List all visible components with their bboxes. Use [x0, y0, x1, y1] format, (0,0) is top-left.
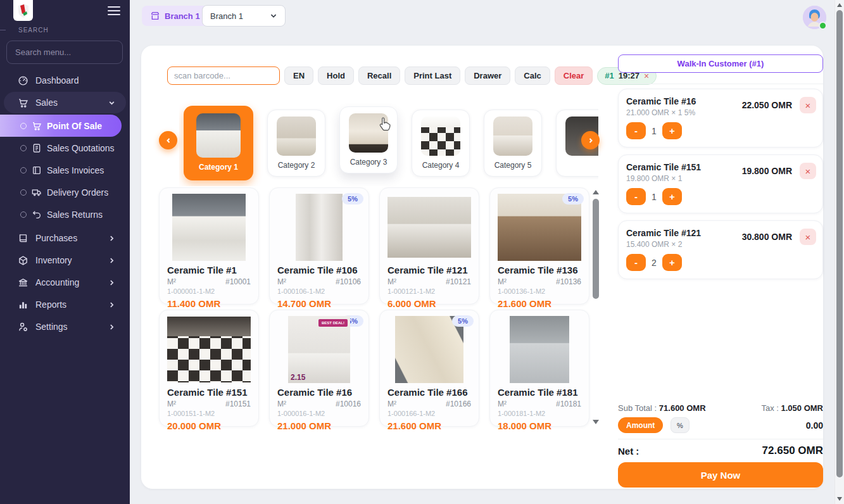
remove-item-button[interactable]: × [800, 97, 816, 113]
sidebar-item-dashboard[interactable]: Dashboard [4, 70, 126, 91]
scrollbar-thumb[interactable] [593, 199, 599, 299]
divider [618, 84, 823, 84]
sidebar-search-input[interactable] [6, 41, 123, 64]
product-name: Ceramic Tile #106 [277, 265, 361, 275]
drawer-button[interactable]: Drawer [465, 66, 510, 85]
recall-button[interactable]: Recall [358, 66, 400, 85]
sidebar-item-settings[interactable]: Settings [4, 316, 126, 337]
sidebar-item-sales-quotations[interactable]: Sales Quotations [0, 137, 130, 159]
decrease-qty-button[interactable]: - [626, 122, 646, 139]
subtotal: Sub Total : 71.600 OMR [618, 403, 706, 413]
discount-badge: 5% [342, 193, 363, 205]
sidebar-item-accounting[interactable]: Accounting [4, 272, 126, 293]
product-unit: M² [498, 277, 507, 286]
product-card[interactable]: Ceramic Tile #181 M²#10181 1-000181-1-M2… [489, 310, 589, 427]
carousel-prev-button[interactable] [159, 131, 177, 149]
product-sku: #10106 [336, 277, 361, 286]
bullet-circle-icon [20, 145, 27, 151]
category-card[interactable]: Category 5 [484, 110, 542, 177]
subtotal-label: Sub Total : [618, 403, 657, 413]
chevron-right-icon [106, 301, 117, 308]
product-sku: #10016 [336, 400, 361, 408]
branch-select[interactable]: Branch 1 [202, 5, 286, 27]
bar-chart-icon [18, 299, 28, 310]
product-code: 1-000181-1-M2 [498, 410, 581, 417]
sidebar-item-sales-returns[interactable]: Sales Returns [0, 203, 130, 225]
product-card[interactable]: 5% BEST DEAL! 2.15 Ceramic Tile #16 M²#1… [269, 310, 369, 427]
bank-icon [18, 277, 28, 288]
decrease-qty-button[interactable]: - [626, 188, 646, 205]
chevron-right-icon [106, 235, 117, 242]
product-code: 1-000166-1-M2 [387, 410, 471, 417]
language-button[interactable]: EN [284, 66, 313, 85]
scroll-up-icon[interactable] [593, 190, 599, 194]
product-sku: #10121 [446, 277, 471, 286]
barcode-input[interactable] [167, 66, 280, 85]
storefront-icon [150, 11, 160, 21]
cart-item: Ceramic Tile #16 21.000 OMR × 1 5% 22.05… [618, 89, 823, 148]
category-carousel: Category 1 Category 2 Category 3 Categor… [179, 100, 598, 186]
user-avatar[interactable] [803, 6, 826, 29]
increase-qty-button[interactable]: + [662, 188, 682, 205]
sidebar-section-label: SEARCH [18, 27, 49, 34]
product-card[interactable]: Ceramic Tile #121 M²#10121 1-000121-1-M2… [379, 187, 479, 305]
product-card[interactable]: 5% Ceramic Tile #166 M²#10166 1-000166-1… [379, 310, 479, 427]
increase-qty-button[interactable]: + [662, 122, 682, 139]
discount-percent-button[interactable]: % [671, 417, 690, 433]
product-card[interactable]: 5% Ceramic Tile #106 M²#10106 1-000106-1… [269, 187, 369, 305]
scroll-down-icon[interactable] [837, 497, 842, 501]
tax-label: Tax : [761, 403, 778, 413]
category-card[interactable]: Category 3 [339, 106, 398, 173]
category-image [277, 117, 316, 156]
scroll-up-icon[interactable] [837, 3, 842, 7]
product-name: Ceramic Tile #121 [387, 265, 471, 275]
calc-button[interactable]: Calc [515, 66, 550, 85]
increase-qty-button[interactable]: + [662, 254, 682, 271]
chevron-right-icon [106, 279, 117, 286]
product-card[interactable]: Ceramic Tile #151 M²#10151 1-000151-1-M2… [159, 310, 259, 427]
pos-toolbar: EN Hold Recall Print Last Drawer Calc Cl… [167, 66, 657, 85]
print-last-button[interactable]: Print Last [405, 66, 460, 85]
branch-badge-label: Branch 1 [165, 11, 200, 21]
product-image: BEST DEAL! 2.15 [288, 316, 350, 383]
sidebar-nav: Dashboard Sales Point Of Sale Sales Quot… [0, 70, 130, 338]
sidebar-item-sales[interactable]: Sales [4, 92, 126, 113]
page-scrollbar[interactable] [835, 0, 844, 504]
product-card[interactable]: 5% Ceramic Tile #136 M²#10136 1-000136-1… [489, 187, 589, 305]
product-card[interactable]: Ceramic Tile #1 M²#10001 1-000001-1-M2 1… [159, 187, 259, 305]
category-image [493, 117, 532, 156]
discount-amount-button[interactable]: Amount [618, 417, 663, 433]
sidebar-item-reports[interactable]: Reports [4, 294, 126, 315]
remove-item-button[interactable]: × [800, 163, 816, 179]
sidebar-item-point-of-sale[interactable]: Point Of Sale [0, 115, 122, 137]
scroll-down-icon[interactable] [593, 420, 599, 424]
product-code: 1-000121-1-M2 [387, 287, 471, 295]
product-grid-scrollbar[interactable] [591, 190, 600, 424]
pay-now-button[interactable]: Pay Now [618, 462, 823, 488]
cart-item: Ceramic Tile #151 19.800 OMR × 1 19.800 … [618, 154, 823, 213]
sidebar-item-sales-invoices[interactable]: Sales Invoices [0, 159, 130, 181]
clear-button[interactable]: Clear [555, 66, 593, 85]
product-code: 1-000106-1-M2 [277, 287, 361, 295]
category-card[interactable]: Category 1 [184, 106, 253, 180]
product-name: Ceramic Tile #166 [387, 387, 471, 398]
category-card[interactable]: Category 4 [412, 110, 470, 177]
hold-button[interactable]: Hold [318, 66, 354, 85]
category-card[interactable]: Category 2 [267, 110, 325, 177]
category-image [349, 113, 388, 153]
cube-icon [18, 255, 28, 266]
scrollbar-thumb[interactable] [836, 10, 843, 477]
sidebar-item-purchases[interactable]: Purchases [4, 227, 126, 249]
sidebar-toggle-button[interactable] [108, 6, 120, 15]
remove-item-button[interactable]: × [800, 229, 816, 245]
sidebar-item-inventory[interactable]: Inventory [4, 249, 126, 271]
sidebar-item-delivery-orders[interactable]: Delivery Orders [0, 181, 130, 203]
cart-icon [18, 98, 28, 108]
product-sku: #10166 [446, 400, 471, 408]
decrease-qty-button[interactable]: - [626, 254, 646, 271]
carousel-next-button[interactable] [581, 131, 600, 149]
customer-select-button[interactable]: Walk-In Customer (#1) [618, 54, 823, 73]
category-label: Category 2 [278, 161, 315, 170]
invoice-icon [32, 165, 42, 175]
product-unit: M² [498, 400, 507, 408]
